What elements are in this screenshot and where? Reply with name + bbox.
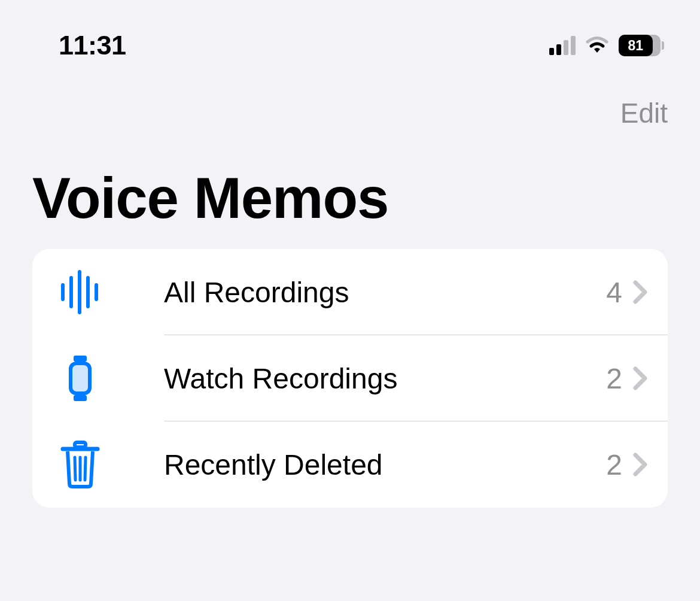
status-indicators: 81 [549, 35, 664, 56]
nav-bar: Edit [0, 73, 700, 129]
svg-rect-6 [74, 395, 87, 401]
trash-icon [56, 441, 104, 488]
chevron-right-icon [631, 365, 650, 391]
list-item-recently-deleted[interactable]: Recently Deleted 2 [32, 421, 668, 508]
svg-rect-9 [75, 442, 86, 447]
wifi-icon [584, 36, 610, 55]
battery-icon: 81 [619, 35, 664, 56]
list-item-count: 4 [606, 276, 622, 309]
page-title: Voice Memos [0, 129, 700, 249]
chevron-right-icon [631, 279, 650, 305]
list-item-label: All Recordings [164, 276, 606, 309]
battery-percent: 81 [628, 38, 644, 54]
list-item-label: Watch Recordings [164, 362, 606, 395]
svg-rect-8 [72, 365, 88, 391]
cellular-icon [549, 36, 576, 55]
list-item-all-recordings[interactable]: All Recordings 4 [32, 249, 668, 335]
waveform-icon [56, 268, 104, 316]
list-item-count: 2 [606, 448, 622, 481]
svg-line-11 [75, 457, 75, 480]
status-time: 11:31 [59, 30, 126, 61]
list-item-watch-recordings[interactable]: Watch Recordings 2 [32, 335, 668, 421]
svg-rect-5 [74, 356, 87, 362]
status-bar: 11:31 81 [0, 0, 700, 73]
chevron-right-icon [631, 451, 650, 478]
edit-button[interactable]: Edit [620, 97, 668, 129]
list-item-label: Recently Deleted [164, 448, 606, 481]
watch-icon [56, 354, 104, 402]
folder-list: All Recordings 4 Watch Recordings 2 [32, 249, 668, 508]
list-item-count: 2 [606, 362, 622, 395]
svg-line-13 [85, 457, 86, 480]
